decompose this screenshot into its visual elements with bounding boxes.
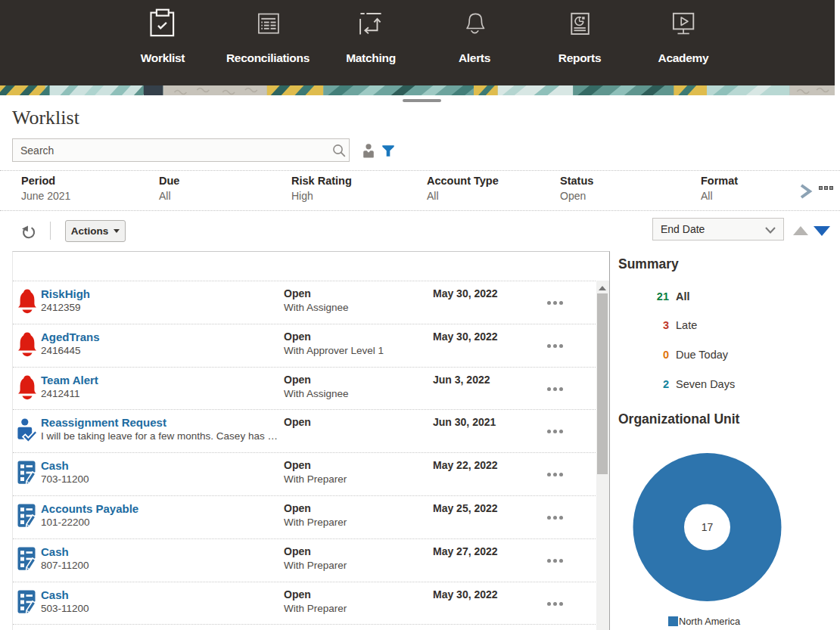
svg-text:17: 17 — [702, 521, 714, 533]
